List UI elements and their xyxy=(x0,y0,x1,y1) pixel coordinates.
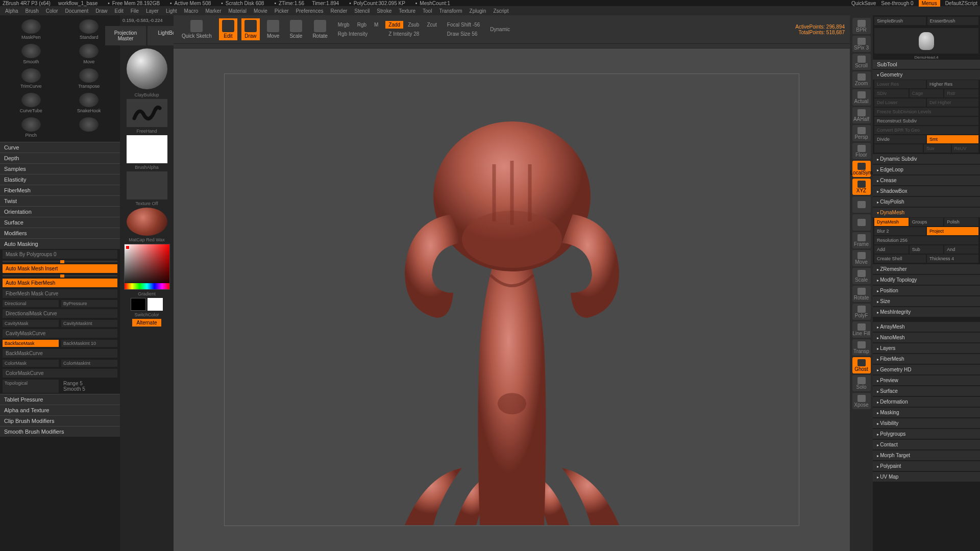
rp-section-geometry-hd[interactable]: Geometry HD xyxy=(873,365,980,374)
higher-res[interactable]: Higher Res xyxy=(927,80,978,88)
menu-picker[interactable]: Picker xyxy=(275,8,289,14)
rp-section-deformation[interactable]: Deformation xyxy=(873,397,980,407)
rgb-intensity[interactable]: Rgb Intensity xyxy=(335,30,382,38)
alternate-button[interactable]: Alternate xyxy=(132,319,161,327)
nav-frame[interactable]: Frame xyxy=(852,232,871,248)
menu-stencil[interactable]: Stencil xyxy=(354,8,370,14)
brush-smooth[interactable]: Smooth xyxy=(3,42,60,66)
auto-mask-fiber[interactable]: Auto Mask FiberMesh xyxy=(3,279,117,287)
draw-size[interactable]: Draw Size 56 xyxy=(444,30,483,38)
rstr[interactable]: Rstr xyxy=(944,89,978,97)
nav-btn11[interactable] xyxy=(852,214,871,231)
nav-polyf[interactable]: PolyF xyxy=(852,304,871,320)
backface-curve[interactable]: BackMaskCurve xyxy=(3,349,117,358)
suv-toggle[interactable]: Suv xyxy=(924,144,951,153)
nav-xyz[interactable]: XYZ xyxy=(852,179,871,195)
nav-solo[interactable]: Solo xyxy=(852,375,871,391)
rp-section-arraymesh[interactable]: ArrayMesh xyxy=(873,322,980,332)
color-mask[interactable]: ColorMask xyxy=(3,360,59,367)
directional-toggle[interactable]: Directional xyxy=(3,300,59,307)
mrgb-toggle[interactable]: Mrgb xyxy=(335,21,353,29)
nav-aahalf[interactable]: AAHalf xyxy=(852,107,871,123)
shadowbox-section[interactable]: ShadowBox xyxy=(873,186,980,196)
switch-color[interactable]: SwitchColor xyxy=(134,312,159,317)
and-mode[interactable]: And xyxy=(944,245,978,254)
draw-button[interactable]: Draw xyxy=(241,18,260,40)
menu-zplugin[interactable]: Zplugin xyxy=(470,8,486,14)
add-mode[interactable]: Add xyxy=(874,245,909,254)
menu-transform[interactable]: Transform xyxy=(439,8,462,14)
nav-move[interactable]: Move xyxy=(852,250,871,266)
cage[interactable]: Cage xyxy=(910,89,944,97)
menu-edit[interactable]: Edit xyxy=(115,8,124,14)
smt-toggle[interactable]: Smt xyxy=(927,135,978,143)
scale-button[interactable]: Scale xyxy=(286,18,305,40)
projection-master[interactable]: Projection Master xyxy=(105,26,146,45)
section-samples[interactable]: Samples xyxy=(0,163,120,174)
menu-render[interactable]: Render xyxy=(331,8,348,14)
auto-mask-insert[interactable]: Auto Mask Mesh Insert xyxy=(3,264,117,273)
brush-curvetube[interactable]: CurveTube xyxy=(3,91,60,115)
section-alpha-and-texture[interactable]: Alpha and Texture xyxy=(0,405,120,415)
color-handle[interactable] xyxy=(126,245,130,249)
rp-section-contact[interactable]: Contact xyxy=(873,440,980,449)
position-section[interactable]: Position xyxy=(873,286,980,295)
canvas[interactable] xyxy=(174,48,850,551)
m-toggle[interactable]: M xyxy=(371,21,381,29)
brush-snakehook[interactable]: SnakeHook xyxy=(61,91,118,115)
mesh-integrity-section[interactable]: MeshIntegrity xyxy=(873,307,980,317)
nav-scroll[interactable]: Scroll xyxy=(852,54,871,70)
rp-section-morph-target[interactable]: Morph Target xyxy=(873,450,980,460)
claypolish-section[interactable]: ClayPolish xyxy=(873,197,980,207)
smooth-slider[interactable]: Smooth 5 xyxy=(63,386,115,392)
section-surface[interactable]: Surface xyxy=(0,217,120,228)
menu-layer[interactable]: Layer xyxy=(146,8,159,14)
edit-button[interactable]: Edit xyxy=(219,18,237,40)
nav-transp[interactable]: Transp xyxy=(852,339,871,356)
divide-button[interactable]: Divide xyxy=(874,135,926,143)
nav-btn10[interactable] xyxy=(852,196,871,213)
eraser-brush-tool[interactable]: EraserBrush xyxy=(927,17,979,25)
project-toggle[interactable]: Project xyxy=(927,227,978,235)
menu-macro[interactable]: Macro xyxy=(184,8,199,14)
zcut-toggle[interactable]: Zcut xyxy=(424,21,439,29)
size-section[interactable]: Size xyxy=(873,296,980,306)
automask-header[interactable]: Auto Masking xyxy=(0,238,120,249)
rp-section-surface[interactable]: Surface xyxy=(873,386,980,396)
create-shell[interactable]: Create Shell xyxy=(874,255,926,263)
blur-slider[interactable]: Blur 2 xyxy=(874,227,926,235)
matcap-preview[interactable] xyxy=(127,208,167,236)
seethrough-slider[interactable]: See-through 0 xyxy=(881,1,913,6)
menus-button[interactable]: Menus xyxy=(919,0,940,7)
insert-slider[interactable] xyxy=(3,275,117,277)
menu-zscript[interactable]: Zscript xyxy=(493,8,508,14)
del-higher[interactable]: Del Higher xyxy=(927,98,978,107)
rgb-toggle[interactable]: Rgb xyxy=(354,21,370,29)
brush-move[interactable]: Move xyxy=(61,42,118,66)
menu-preferences[interactable]: Preferences xyxy=(296,8,324,14)
rp-section-fibermesh[interactable]: FiberMesh xyxy=(873,354,980,364)
section-fibermesh[interactable]: FiberMesh xyxy=(0,185,120,195)
dynamesh-button[interactable]: DynaMesh xyxy=(874,218,909,226)
section-depth[interactable]: Depth xyxy=(0,153,120,163)
lower-res[interactable]: Lower Res xyxy=(874,80,926,88)
dynamesh-section[interactable]: DynaMesh xyxy=(873,208,980,217)
crease-section[interactable]: Crease xyxy=(873,176,980,185)
zsub-toggle[interactable]: Zsub xyxy=(405,21,422,29)
secondary-color-swatch[interactable] xyxy=(131,298,146,311)
menu-color[interactable]: Color xyxy=(46,8,58,14)
topological[interactable]: Topological xyxy=(3,380,59,393)
menu-alpha[interactable]: Alpha xyxy=(5,8,18,14)
edgeloop-section[interactable]: EdgeLoop xyxy=(873,165,980,174)
nav-spix-3[interactable]: SPix 3 xyxy=(852,36,871,52)
section-curve[interactable]: Curve xyxy=(0,142,120,153)
nav-persp[interactable]: Persp xyxy=(852,125,871,141)
section-orientation[interactable]: Orientation xyxy=(0,206,120,217)
nav-zoom[interactable]: Zoom xyxy=(852,71,871,88)
zremesher-section[interactable]: ZRemesher xyxy=(873,264,980,274)
default-script[interactable]: DefaultZScript xyxy=(945,1,977,6)
menu-tool[interactable]: Tool xyxy=(423,8,432,14)
cavity-curve[interactable]: CavityMaskCurve xyxy=(3,329,117,338)
z-intensity[interactable]: Z Intensity 28 xyxy=(385,30,439,38)
dir-pressure[interactable]: ByPressure xyxy=(61,300,117,307)
